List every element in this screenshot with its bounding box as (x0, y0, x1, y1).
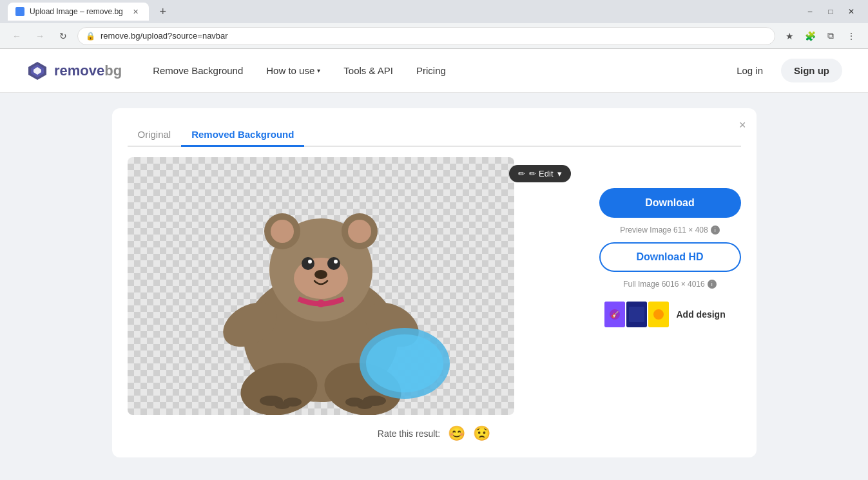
sidebar-actions: Download Preview Image 611 × 408 i Downl… (599, 157, 741, 332)
edit-pencil-icon: ✏ (518, 169, 525, 178)
nav-how-to-use[interactable]: How to use ▾ (256, 60, 331, 81)
svg-point-23 (284, 398, 302, 407)
nav-pricing[interactable]: Pricing (406, 60, 456, 81)
nav-tools-api[interactable]: Tools & API (333, 60, 403, 81)
design-thumb-purple: 🎸 (604, 302, 625, 327)
new-tab-button[interactable]: + (154, 3, 172, 21)
download-button[interactable]: Download (599, 188, 741, 218)
logo-icon (26, 59, 49, 82)
nav-links: Remove Background How to use ▾ Tools & A… (142, 60, 726, 81)
logo[interactable]: removebg (26, 59, 122, 82)
nav-remove-background[interactable]: Remove Background (142, 60, 253, 81)
svg-point-11 (271, 220, 294, 243)
extensions-icon[interactable]: 🧩 (801, 27, 819, 45)
lock-icon: 🔒 (86, 32, 95, 41)
sad-rating-button[interactable]: 😟 (473, 425, 490, 442)
add-design-button[interactable]: 🎸 (599, 296, 741, 332)
forward-button[interactable]: → (31, 27, 49, 45)
image-area-wrapper: ✏ ✏ Edit ▾ Download Preview Image 611 × … (128, 157, 741, 415)
result-card: × Original Removed Background (112, 108, 757, 457)
back-button[interactable]: ← (8, 27, 26, 45)
more-options-icon[interactable]: ⋮ (842, 27, 860, 45)
svg-point-16 (327, 257, 340, 270)
svg-point-20 (317, 300, 325, 307)
close-result-button[interactable]: × (739, 119, 746, 132)
design-thumb-dark (626, 302, 647, 327)
svg-point-19 (314, 270, 327, 279)
rate-label: Rate this result: (378, 428, 440, 439)
preview-info-icon[interactable]: i (711, 226, 720, 235)
nav-actions: Log in Sign up (726, 59, 842, 82)
teddy-bear-image (186, 170, 456, 415)
signup-button[interactable]: Sign up (781, 59, 842, 82)
how-to-use-chevron-icon: ▾ (317, 67, 320, 74)
browser-tab[interactable]: Upload Image – remove.bg ✕ (8, 3, 149, 21)
image-container: ✏ ✏ Edit ▾ (128, 157, 579, 415)
rate-result: Rate this result: 😊 😟 (128, 425, 741, 442)
tab-title: Upload Image – remove.bg (30, 7, 123, 16)
split-view-icon[interactable]: ⧉ (822, 27, 840, 45)
svg-point-17 (308, 260, 312, 264)
happy-rating-button[interactable]: 😊 (448, 425, 465, 442)
svg-rect-33 (629, 307, 644, 322)
svg-point-26 (363, 396, 386, 406)
maximize-button[interactable]: □ (822, 3, 840, 21)
result-tabs: Original Removed Background (128, 124, 741, 147)
add-design-label: Add design (677, 309, 726, 320)
edit-button[interactable]: ✏ ✏ Edit ▾ (509, 165, 570, 182)
close-button[interactable]: ✕ (842, 3, 860, 21)
bookmark-star-icon[interactable]: ★ (780, 27, 798, 45)
result-image (128, 157, 514, 415)
navbar: removebg Remove Background How to use ▾ … (0, 49, 868, 93)
svg-point-35 (653, 309, 664, 320)
preview-info: Preview Image 611 × 408 i (599, 226, 741, 235)
url-text: remove.bg/upload?source=navbar (101, 31, 228, 41)
logo-text: removebg (54, 62, 122, 79)
download-hd-button[interactable]: Download HD (599, 242, 741, 272)
svg-point-15 (302, 257, 314, 270)
address-bar[interactable]: 🔒 remove.bg/upload?source=navbar (77, 27, 775, 45)
login-button[interactable]: Log in (726, 60, 773, 81)
design-thumbnails: 🎸 (604, 302, 669, 327)
design-thumb-yellow (648, 302, 669, 327)
tab-favicon (15, 7, 24, 16)
edit-dropdown-chevron-icon: ▾ (557, 169, 562, 178)
svg-text:🎸: 🎸 (611, 311, 619, 319)
minimize-button[interactable]: – (801, 3, 819, 21)
svg-point-28 (366, 334, 443, 392)
edit-label: ✏ Edit (529, 169, 553, 178)
tab-close-button[interactable]: ✕ (131, 6, 141, 17)
svg-point-18 (334, 260, 338, 264)
full-image-info-icon[interactable]: i (708, 280, 717, 289)
svg-rect-0 (17, 8, 23, 15)
tab-removed-background[interactable]: Removed Background (181, 124, 304, 147)
svg-point-13 (348, 220, 371, 243)
full-image-info: Full Image 6016 × 4016 i (599, 280, 741, 289)
tab-original[interactable]: Original (128, 124, 182, 147)
main-content: × Original Removed Background (0, 93, 868, 473)
refresh-button[interactable]: ↻ (54, 27, 72, 45)
